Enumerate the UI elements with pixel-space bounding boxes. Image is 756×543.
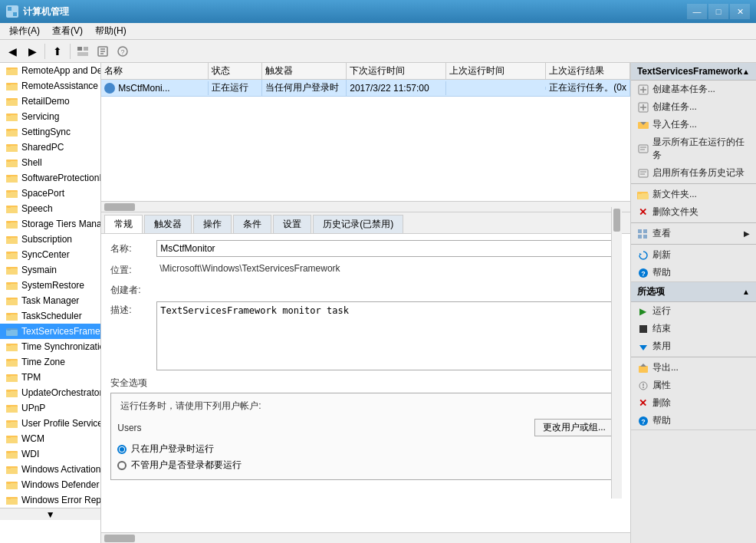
toolbar-properties[interactable] bbox=[94, 42, 112, 61]
panel-item-properties[interactable]: 属性 bbox=[631, 377, 756, 394]
svg-rect-126 bbox=[639, 366, 648, 373]
menu-view[interactable]: 查看(V) bbox=[46, 23, 89, 39]
sidebar-label: SettingSync bbox=[21, 127, 71, 137]
svg-marker-127 bbox=[640, 364, 646, 367]
sidebar-item-windefender[interactable]: Windows Defender bbox=[0, 477, 100, 492]
svg-marker-121 bbox=[639, 253, 642, 255]
panel-header-tsf[interactable]: TextServicesFramework ▲ bbox=[631, 63, 756, 81]
detail-hscrollbar[interactable] bbox=[101, 532, 630, 543]
sidebar-item-spaceport[interactable]: SpacePort bbox=[0, 186, 100, 201]
panel-item-create-basic[interactable]: 创建基本任务... bbox=[631, 81, 756, 98]
folder-icon bbox=[6, 219, 18, 229]
col-next-run-header[interactable]: 下次运行时间 bbox=[347, 63, 446, 79]
tab-triggers[interactable]: 触发器 bbox=[144, 215, 192, 233]
sidebar-item-subscription[interactable]: Subscription bbox=[0, 232, 100, 247]
field-desc-textarea[interactable]: TextServicesFramework monitor task bbox=[156, 301, 621, 370]
svg-rect-65 bbox=[6, 330, 18, 336]
end-icon bbox=[637, 323, 649, 335]
sidebar-item-tpm[interactable]: TPM bbox=[0, 370, 100, 385]
sidebar-item-sharedpc[interactable]: SharedPC bbox=[0, 140, 100, 155]
sidebar-item-timesync[interactable]: Time Synchronization bbox=[0, 339, 100, 354]
sidebar-item-taskmanager[interactable]: Task Manager bbox=[0, 293, 100, 308]
panel-item-label: 导入任务... bbox=[652, 118, 697, 131]
sidebar-item-upnp[interactable]: UPnP bbox=[0, 400, 100, 416]
svg-rect-84 bbox=[7, 420, 11, 423]
sidebar-item-taskscheduler[interactable]: TaskScheduler bbox=[0, 308, 100, 324]
toolbar-help[interactable]: ? bbox=[113, 42, 132, 61]
toolbar-show-hide[interactable] bbox=[74, 42, 92, 61]
security-box: 运行任务时，请使用下列用户帐户: Users 更改用户或组... 只在用户登录时… bbox=[110, 393, 621, 480]
svg-rect-50 bbox=[6, 253, 18, 259]
sidebar-item-winerrorreporting[interactable]: Windows Error Reportin bbox=[0, 492, 100, 508]
maximize-button[interactable]: □ bbox=[708, 4, 728, 19]
panel-item-import[interactable]: 导入任务... bbox=[631, 116, 756, 133]
sidebar-item-wcm[interactable]: WCM bbox=[0, 431, 100, 446]
sidebar-item-remoteapp[interactable]: RemoteApp and Deskto bbox=[0, 63, 100, 78]
table-row[interactable]: MsCtfMoni... 正在运行 当任何用户登录时 2017/3/22 11:… bbox=[101, 80, 630, 97]
toolbar-forward[interactable]: ▶ bbox=[23, 42, 41, 61]
panel-item-create-task[interactable]: 创建任务... bbox=[631, 98, 756, 116]
panel-item-export[interactable]: 导出... bbox=[631, 359, 756, 377]
toolbar-up[interactable]: ⬆ bbox=[48, 42, 67, 61]
sidebar-item-retaildemo[interactable]: RetailDemo bbox=[0, 94, 100, 109]
sidebar-scroll-down[interactable]: ▼ bbox=[0, 508, 100, 520]
sidebar-label: TPM bbox=[21, 372, 41, 383]
sidebar-item-userprofile[interactable]: User Profile Service bbox=[0, 416, 100, 431]
col-status-header[interactable]: 状态 bbox=[209, 63, 262, 79]
sidebar-item-servicing[interactable]: Servicing bbox=[0, 109, 100, 124]
panel-item-refresh[interactable]: 刷新 bbox=[631, 246, 756, 264]
task-hscrollbar[interactable] bbox=[101, 201, 630, 212]
tab-conditions[interactable]: 条件 bbox=[233, 215, 271, 233]
menu-action[interactable]: 操作(A) bbox=[3, 23, 46, 39]
sidebar-item-winactivation[interactable]: Windows Activation Tech bbox=[0, 462, 100, 477]
change-user-button[interactable]: 更改用户或组... bbox=[534, 419, 614, 436]
col-trigger-header[interactable]: 触发器 bbox=[262, 63, 347, 79]
panel-header-selected[interactable]: 所选项 ▲ bbox=[631, 282, 756, 302]
panel-item-end[interactable]: 结束 bbox=[631, 320, 756, 337]
sidebar-item-systemrestore[interactable]: SystemRestore bbox=[0, 278, 100, 293]
panel-item-help1[interactable]: ? 帮助 bbox=[631, 264, 756, 281]
folder-icon bbox=[6, 173, 18, 183]
tab-settings[interactable]: 设置 bbox=[273, 215, 311, 233]
panel-item-view[interactable]: 查看 ▶ bbox=[631, 225, 756, 242]
panel-item-delete-folder[interactable]: ✕ 删除文件夹 bbox=[631, 203, 756, 221]
panel-header-tsf-label: TextServicesFramework bbox=[637, 66, 742, 77]
col-name-header[interactable]: 名称 bbox=[101, 63, 209, 79]
radio-selected[interactable] bbox=[117, 445, 127, 454]
radio-unselected[interactable] bbox=[117, 461, 127, 470]
panel-item-run[interactable]: ▶ 运行 bbox=[631, 302, 756, 320]
sidebar-item-shell[interactable]: Shell bbox=[0, 155, 100, 170]
toolbar-back[interactable]: ◀ bbox=[3, 42, 21, 61]
sidebar-item-timezone[interactable]: Time Zone bbox=[0, 354, 100, 370]
tab-general[interactable]: 常规 bbox=[104, 215, 143, 233]
panel-item-help2[interactable]: ? 帮助 bbox=[631, 412, 756, 429]
panel-item-show-running[interactable]: 显示所有正在运行的任务 bbox=[631, 133, 756, 164]
sidebar-item-remoteassistance[interactable]: RemoteAssistance bbox=[0, 78, 100, 94]
panel-item-new-folder[interactable]: 新文件夹... bbox=[631, 186, 756, 203]
sidebar-item-settingsync[interactable]: SettingSync bbox=[0, 124, 100, 140]
sidebar-item-storagetiers[interactable]: Storage Tiers Managem bbox=[0, 216, 100, 232]
panel-item-delete[interactable]: ✕ 删除 bbox=[631, 394, 756, 412]
sidebar-item-sysmain[interactable]: Sysmain bbox=[0, 262, 100, 278]
sidebar-item-textservices[interactable]: TextServicesFramework bbox=[0, 324, 100, 339]
col-last-result-header[interactable]: 上次运行结果 bbox=[546, 63, 630, 79]
sidebar-item-updateorchestrator[interactable]: UpdateOrchestrator bbox=[0, 385, 100, 400]
sidebar-item-speech[interactable]: Speech bbox=[0, 201, 100, 216]
detail-vscrollbar[interactable] bbox=[611, 212, 622, 499]
panel-item-enable-history[interactable]: 启用所有任务历史记录 bbox=[631, 164, 756, 182]
tab-history[interactable]: 历史记录(已禁用) bbox=[313, 215, 403, 233]
col-last-run-header[interactable]: 上次运行时间 bbox=[446, 63, 546, 79]
tab-actions[interactable]: 操作 bbox=[193, 215, 232, 233]
sidebar-item-wdi[interactable]: WDI bbox=[0, 446, 100, 462]
sidebar-item-synccenter[interactable]: SyncCenter bbox=[0, 247, 100, 262]
panel-item-disable[interactable]: 禁用 bbox=[631, 337, 756, 355]
svg-text:?: ? bbox=[120, 48, 124, 56]
folder-icon bbox=[6, 142, 18, 153]
field-name-input[interactable] bbox=[156, 240, 621, 257]
sidebar-item-softwareprotection[interactable]: SoftwareProtectionPlatfo bbox=[0, 170, 100, 186]
panel-item-label: 帮助 bbox=[652, 266, 671, 279]
close-button[interactable]: ✕ bbox=[730, 4, 750, 19]
minimize-button[interactable]: — bbox=[687, 4, 707, 19]
menu-help[interactable]: 帮助(H) bbox=[89, 23, 133, 39]
svg-rect-60 bbox=[7, 298, 11, 300]
